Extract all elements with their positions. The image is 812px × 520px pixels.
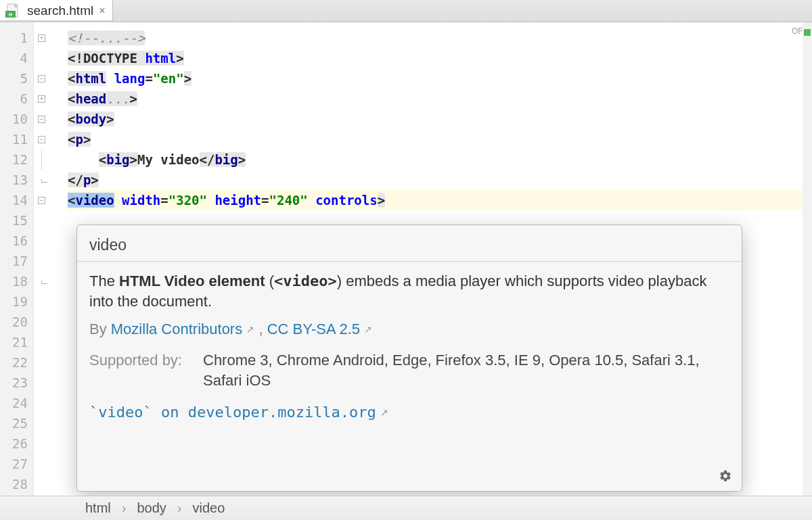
line-number: 27 bbox=[0, 454, 33, 474]
line-number: 14 bbox=[0, 190, 33, 210]
code-token: > bbox=[378, 193, 385, 208]
code-token: </ bbox=[68, 172, 83, 187]
line-number: 4 bbox=[0, 48, 33, 68]
doc-element-name: video bbox=[89, 235, 729, 256]
fold-toggle-icon[interactable] bbox=[38, 34, 45, 42]
code-token: < bbox=[68, 132, 75, 147]
tab-bar: H search.html × bbox=[0, 0, 812, 22]
line-number: 17 bbox=[0, 251, 33, 271]
doc-attribution: By Mozilla Contributors ↗ , CC BY-SA 2.5… bbox=[89, 319, 729, 339]
line-number: 23 bbox=[0, 373, 33, 393]
code-token: < bbox=[68, 91, 75, 106]
fold-gutter bbox=[34, 22, 68, 496]
doc-code-token: <video> bbox=[274, 273, 337, 289]
chevron-right-icon: › bbox=[115, 500, 133, 516]
fold-toggle-icon[interactable] bbox=[38, 95, 45, 103]
doc-external-reference: `video` on developer.mozilla.org ↗ bbox=[89, 402, 729, 423]
close-tab-icon[interactable]: × bbox=[99, 5, 105, 17]
line-number: 26 bbox=[0, 433, 33, 454]
fold-toggle-icon[interactable] bbox=[38, 116, 45, 123]
line-number: 21 bbox=[0, 332, 33, 352]
doc-text: The bbox=[89, 273, 119, 289]
code-token: > bbox=[130, 91, 137, 106]
code-token: "320" bbox=[168, 193, 207, 208]
line-number: 16 bbox=[0, 231, 33, 251]
fold-end-icon bbox=[41, 281, 47, 284]
line-number-gutter: 1 4 5 6 10 11 12 13 14 15 16 17 18 19 20… bbox=[0, 22, 34, 496]
code-token: head bbox=[75, 91, 106, 106]
code-token: < bbox=[68, 112, 75, 126]
divider bbox=[77, 261, 742, 262]
chevron-right-icon: › bbox=[171, 500, 189, 516]
breadcrumb-item[interactable]: html bbox=[81, 500, 115, 516]
code-token: > bbox=[130, 152, 137, 167]
supported-by-value: Chrome 3, Chrome Android, Edge, Firefox … bbox=[203, 350, 729, 390]
code-token: html bbox=[75, 71, 106, 86]
external-link-icon: ↗ bbox=[246, 324, 254, 335]
error-stripe[interactable] bbox=[803, 22, 812, 496]
html-file-icon: H bbox=[5, 3, 22, 19]
license-link[interactable]: CC BY-SA 2.5 bbox=[267, 321, 360, 337]
code-token: > bbox=[176, 51, 183, 66]
line-number: 25 bbox=[0, 413, 33, 433]
supported-by-label: Supported by: bbox=[89, 350, 184, 390]
file-tab[interactable]: H search.html × bbox=[0, 0, 113, 22]
code-token: controls bbox=[315, 193, 378, 208]
code-token: html bbox=[145, 51, 176, 66]
breadcrumb-item[interactable]: body bbox=[133, 500, 170, 516]
code-token: lang bbox=[114, 71, 145, 86]
mdn-link[interactable]: `video` on developer.mozilla.org bbox=[89, 404, 376, 421]
code-token: > bbox=[238, 152, 246, 167]
svg-text:H: H bbox=[9, 12, 12, 17]
line-number: 22 bbox=[0, 352, 33, 373]
line-number: 13 bbox=[0, 170, 33, 190]
code-token: --> bbox=[122, 30, 145, 45]
line-number: 12 bbox=[0, 149, 33, 170]
doc-text: ( bbox=[265, 273, 274, 289]
external-link-icon: ↗ bbox=[364, 324, 372, 335]
code-token: "en" bbox=[153, 71, 184, 86]
code-token: ... bbox=[106, 91, 129, 106]
code-token: > bbox=[83, 132, 91, 147]
doc-browser-support: Supported by: Chrome 3, Chrome Android, … bbox=[89, 350, 729, 390]
line-number: 15 bbox=[0, 210, 33, 231]
fold-toggle-icon[interactable] bbox=[38, 136, 45, 143]
inspection-status-icon[interactable] bbox=[804, 29, 811, 36]
line-number: 1 bbox=[0, 28, 33, 48]
breadcrumb-item[interactable]: video bbox=[189, 500, 229, 516]
code-token: > bbox=[184, 71, 191, 86]
code-token: big bbox=[215, 152, 238, 167]
code-token: ... bbox=[99, 30, 122, 45]
line-number: 20 bbox=[0, 312, 33, 332]
quick-documentation-popup: video The HTML Video element (<video>) e… bbox=[76, 224, 742, 492]
doc-text: , bbox=[254, 321, 267, 337]
code-token: big bbox=[106, 152, 129, 167]
line-number: 24 bbox=[0, 393, 33, 413]
code-token: <!DOCTYPE bbox=[68, 51, 145, 66]
external-link-icon: ↗ bbox=[380, 407, 388, 418]
doc-text: By bbox=[89, 321, 111, 337]
code-token: > bbox=[91, 172, 98, 187]
code-token: height bbox=[215, 193, 261, 208]
code-token: <!-- bbox=[68, 30, 99, 45]
line-number: 11 bbox=[0, 129, 33, 149]
code-token: video bbox=[75, 193, 114, 208]
line-number: 10 bbox=[0, 109, 33, 129]
line-number: 6 bbox=[0, 89, 33, 109]
tab-filename: search.html bbox=[27, 3, 93, 18]
doc-description: The HTML Video element (<video>) embeds … bbox=[89, 271, 729, 311]
code-token: body bbox=[75, 112, 106, 126]
mozilla-contributors-link[interactable]: Mozilla Contributors bbox=[111, 321, 242, 337]
line-number: 5 bbox=[0, 68, 33, 89]
code-token: "240" bbox=[269, 193, 308, 208]
fold-toggle-icon[interactable] bbox=[38, 197, 45, 204]
code-token: < bbox=[68, 71, 75, 86]
breadcrumb: html › body › video bbox=[0, 496, 812, 520]
code-token: p bbox=[75, 132, 83, 147]
fold-toggle-icon[interactable] bbox=[38, 75, 45, 82]
code-token: < bbox=[99, 152, 106, 167]
code-token: </ bbox=[200, 152, 215, 167]
gear-icon[interactable] bbox=[719, 469, 732, 483]
doc-text: HTML Video element bbox=[119, 273, 265, 289]
code-token: p bbox=[83, 172, 91, 187]
